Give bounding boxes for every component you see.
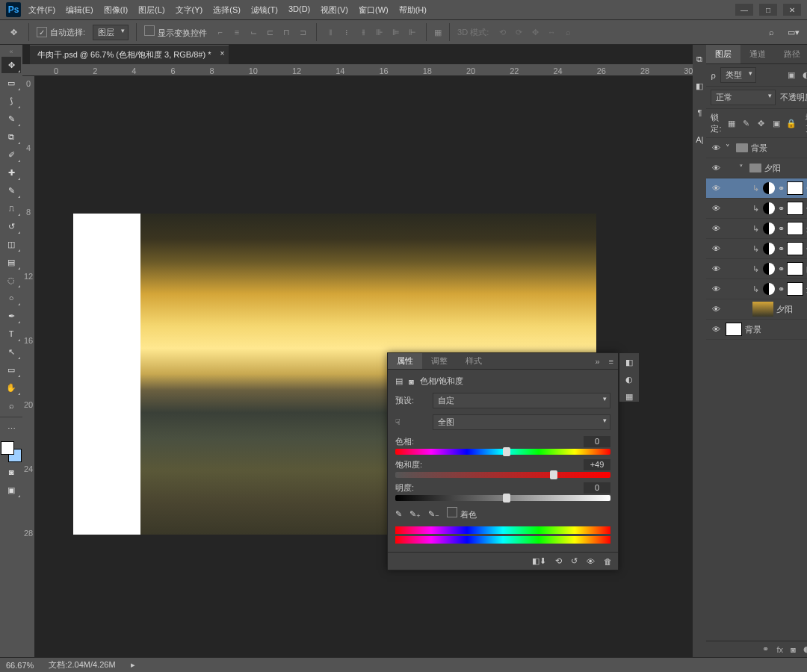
lock-transparent-icon[interactable]: ▦ [726, 118, 737, 128]
history-panel-icon[interactable]: ⧉ [693, 52, 706, 66]
layer-row[interactable]: 👁↳⚭色相/... [706, 239, 807, 259]
visibility-icon[interactable]: 👁 [709, 204, 723, 213]
stamp-tool[interactable]: ⎍ [1, 200, 21, 217]
layer-row[interactable]: 👁背景🔒 [706, 320, 807, 340]
layer-row[interactable]: 👁↳⚭色相/... [706, 178, 807, 199]
hue-slider[interactable]: 色相:0 [395, 436, 610, 455]
panel-menu-icon[interactable]: ≡ [605, 357, 618, 366]
filter-pixel-icon[interactable]: ▣ [786, 70, 797, 81]
lock-artboard-icon[interactable]: ▣ [771, 118, 782, 128]
dist-top-icon[interactable]: ⫴ [324, 26, 336, 38]
link-layers-icon[interactable]: ⚭ [762, 644, 769, 654]
menu-edit[interactable]: 编辑(E) [66, 4, 93, 16]
show-transform-checkbox[interactable]: 显示变换控件 [144, 25, 207, 39]
collapse-icon[interactable]: » [590, 357, 604, 366]
maximize-button[interactable]: □ [759, 4, 777, 16]
layer-row[interactable]: 👁˅夕阳 [706, 158, 807, 178]
menu-select[interactable]: 选择(S) [213, 4, 241, 16]
eyedropper-sub-icon[interactable]: ✎₋ [428, 509, 439, 519]
layer-name[interactable]: 背景 [751, 143, 807, 154]
mask-thumb[interactable] [787, 181, 803, 195]
zoom-level[interactable]: 66.67% [6, 661, 34, 670]
new-adjustment-icon[interactable]: ◐ [803, 644, 807, 654]
edit-toolbar[interactable]: ⋯ [1, 420, 21, 437]
dist-vcenter-icon[interactable]: ⫶ [341, 26, 353, 38]
props-tab-properties[interactable]: 属性 [388, 353, 422, 369]
doc-info[interactable]: 文档:2.04M/4.26M [49, 659, 115, 671]
layer-row[interactable]: 👁↳⚭色相/... [706, 199, 807, 219]
dist-bottom-icon[interactable]: ⫵ [357, 26, 369, 38]
colorize-checkbox[interactable]: 着色 [447, 507, 477, 520]
reset-icon[interactable]: ↺ [571, 556, 578, 566]
visibility-icon[interactable]: 👁 [709, 244, 723, 253]
expand-icon[interactable]: ˅ [726, 143, 733, 153]
paragraph-panel-icon[interactable]: A| [693, 133, 706, 146]
eyedropper-add-icon[interactable]: ✎₊ [409, 509, 421, 519]
menu-layer[interactable]: 图层(L) [138, 4, 164, 16]
clip-to-layer-icon[interactable]: ◧⬇ [532, 556, 546, 566]
dist-left-icon[interactable]: ⊪ [374, 26, 386, 38]
lock-position-icon[interactable]: ✥ [756, 118, 767, 128]
auto-select-target-dropdown[interactable]: 图层 [93, 25, 129, 40]
visibility-icon[interactable]: 👁 [709, 224, 723, 233]
shape-tool[interactable]: ▭ [1, 361, 21, 378]
layer-row[interactable]: 👁↳⚭选取... [706, 219, 807, 239]
visibility-icon[interactable]: 👁 [709, 184, 723, 193]
visibility-icon[interactable]: 👁 [709, 284, 723, 293]
menu-image[interactable]: 图像(I) [104, 4, 128, 16]
eyedropper-tool[interactable]: ✐ [1, 146, 21, 163]
auto-select-checkbox[interactable]: ✓自动选择: [37, 27, 85, 38]
align-bottom-icon[interactable]: ⌙ [247, 26, 259, 38]
layer-name[interactable]: 背景 [745, 324, 807, 335]
zoom-tool[interactable]: ⌕ [1, 397, 21, 414]
blur-tool[interactable]: ◌ [1, 272, 21, 288]
dodge-tool[interactable]: ○ [1, 290, 21, 306]
visibility-icon[interactable]: 👁 [709, 164, 723, 172]
workspace-icon[interactable]: ▭▾ [786, 25, 801, 40]
layer-name[interactable]: 夕阳 [764, 163, 807, 174]
layer-filter-dropdown[interactable]: 类型 [720, 67, 756, 83]
align-vcenter-icon[interactable]: ≡ [231, 26, 243, 38]
blend-mode-dropdown[interactable]: 正常 [711, 90, 776, 105]
brush-tool[interactable]: ✎ [1, 182, 21, 199]
lasso-tool[interactable]: ⟆ [1, 93, 21, 109]
toggle-visibility-icon[interactable]: 👁 [587, 557, 595, 566]
range-dropdown[interactable]: 全图 [433, 414, 610, 430]
align-top-icon[interactable]: ⌐ [214, 26, 226, 38]
layer-row[interactable]: 👁˅背景 [706, 138, 807, 158]
minimize-button[interactable]: — [735, 4, 753, 16]
align-right-icon[interactable]: ⊐ [297, 26, 309, 38]
mask-thumb[interactable] [787, 222, 803, 235]
menu-window[interactable]: 窗口(W) [359, 4, 389, 16]
eraser-tool[interactable]: ◫ [1, 236, 21, 252]
swatches-icon[interactable]: ▦ [625, 392, 633, 402]
menu-type[interactable]: 文字(Y) [176, 4, 203, 16]
type-tool[interactable]: T [1, 326, 21, 342]
menu-file[interactable]: 文件(F) [28, 4, 55, 16]
saturation-slider[interactable]: 饱和度:+49 [395, 459, 610, 478]
dist-hcenter-icon[interactable]: ⊫ [390, 26, 402, 38]
color-panel-icon[interactable]: ◧ [693, 79, 706, 93]
layer-row[interactable]: 👁↳⚭曲线 2 [706, 259, 807, 279]
canvas[interactable]: ◧ ◐ ▦ 属性 调整 样式 » ≡ ▤ [34, 76, 693, 657]
mask-thumb[interactable] [787, 242, 803, 255]
pen-tool[interactable]: ✒ [1, 308, 21, 324]
styles-icon[interactable]: ◐ [625, 375, 633, 385]
delete-adjustment-icon[interactable]: 🗑 [604, 557, 612, 566]
filter-adjust-icon[interactable]: ◐ [801, 70, 807, 81]
lightness-slider[interactable]: 明度:0 [395, 482, 610, 501]
crop-tool[interactable]: ⧉ [1, 128, 21, 145]
menu-help[interactable]: 帮助(H) [399, 4, 427, 16]
tab-channels[interactable]: 通道 [740, 45, 775, 63]
align-left-icon[interactable]: ⊏ [264, 26, 276, 38]
mask-thumb[interactable] [787, 282, 803, 296]
dist-right-icon[interactable]: ⊩ [406, 26, 418, 38]
visibility-icon[interactable]: 👁 [709, 325, 723, 334]
visibility-icon[interactable]: 👁 [709, 264, 723, 273]
path-select-tool[interactable]: ↖ [1, 343, 21, 360]
add-mask-icon[interactable]: ◙ [791, 645, 796, 654]
adjustments-icon[interactable]: ◧ [625, 358, 633, 367]
close-button[interactable]: ✕ [783, 4, 801, 16]
marquee-tool[interactable]: ▭ [1, 75, 21, 91]
tab-layers[interactable]: 图层 [706, 45, 740, 63]
